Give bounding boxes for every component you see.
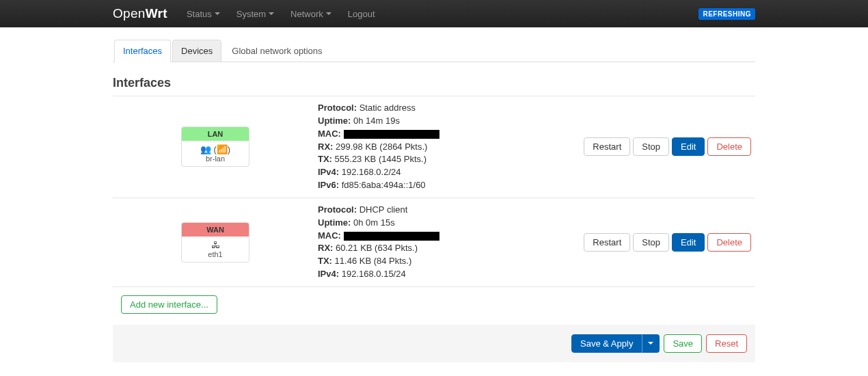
interface-device: br-lan: [185, 155, 246, 163]
interfaces-table: LAN 👥 (📶) br-lan Protocol: Static addres…: [113, 96, 755, 287]
interface-name: LAN: [182, 127, 249, 141]
stop-button[interactable]: Stop: [633, 233, 669, 252]
restart-button[interactable]: Restart: [584, 233, 630, 252]
chevron-down-icon: [215, 12, 220, 15]
chevron-down-icon: [648, 342, 653, 345]
interface-row-lan: LAN 👥 (📶) br-lan Protocol: Static addres…: [113, 96, 755, 198]
refreshing-badge: REFRESHING: [699, 8, 755, 20]
interface-name: WAN: [182, 223, 249, 237]
navbar: OpenWrt Status System Network Logout REF…: [0, 0, 868, 27]
delete-button[interactable]: Delete: [707, 137, 751, 156]
interface-info: Protocol: DHCP client Uptime: 0h 0m 15s …: [318, 204, 578, 281]
nav-system[interactable]: System: [230, 5, 281, 23]
ethernet-icon: 🖧: [185, 240, 246, 250]
reset-button[interactable]: Reset: [706, 334, 747, 353]
mac-redacted: [344, 232, 439, 241]
bridge-icon: 👥 (📶): [185, 144, 246, 155]
stop-button[interactable]: Stop: [633, 137, 669, 156]
nav-menu: Status System Network Logout: [180, 5, 699, 23]
tab-devices[interactable]: Devices: [172, 40, 221, 62]
tab-interfaces[interactable]: Interfaces: [114, 40, 171, 62]
nav-network[interactable]: Network: [284, 5, 338, 23]
page-title: Interfaces: [113, 76, 755, 90]
chevron-down-icon: [269, 12, 274, 15]
brand-logo[interactable]: OpenWrt: [113, 6, 167, 21]
add-interface-button[interactable]: Add new interface...: [121, 295, 217, 314]
nav-status[interactable]: Status: [180, 5, 227, 23]
nav-logout[interactable]: Logout: [341, 5, 382, 23]
interface-badge-lan[interactable]: LAN 👥 (📶) br-lan: [181, 126, 249, 167]
mac-redacted: [344, 130, 439, 139]
delete-button[interactable]: Delete: [707, 233, 751, 252]
interface-badge-wan[interactable]: WAN 🖧 eth1: [181, 222, 249, 263]
save-button[interactable]: Save: [664, 334, 702, 353]
save-apply-dropdown[interactable]: [642, 334, 660, 353]
footer-actions: Save & Apply Save Reset: [113, 325, 755, 362]
tab-global[interactable]: Global network options: [223, 40, 331, 62]
save-apply-button[interactable]: Save & Apply: [571, 334, 642, 353]
tabs: Interfaces Devices Global network option…: [113, 40, 755, 62]
interface-device: eth1: [185, 250, 246, 258]
edit-button[interactable]: Edit: [672, 137, 705, 156]
restart-button[interactable]: Restart: [584, 137, 630, 156]
save-apply-split: Save & Apply: [571, 334, 660, 353]
chevron-down-icon: [326, 12, 331, 15]
interface-info: Protocol: Static address Uptime: 0h 14m …: [318, 102, 578, 192]
edit-button[interactable]: Edit: [672, 233, 705, 252]
interface-row-wan: WAN 🖧 eth1 Protocol: DHCP client Uptime:…: [113, 198, 755, 287]
